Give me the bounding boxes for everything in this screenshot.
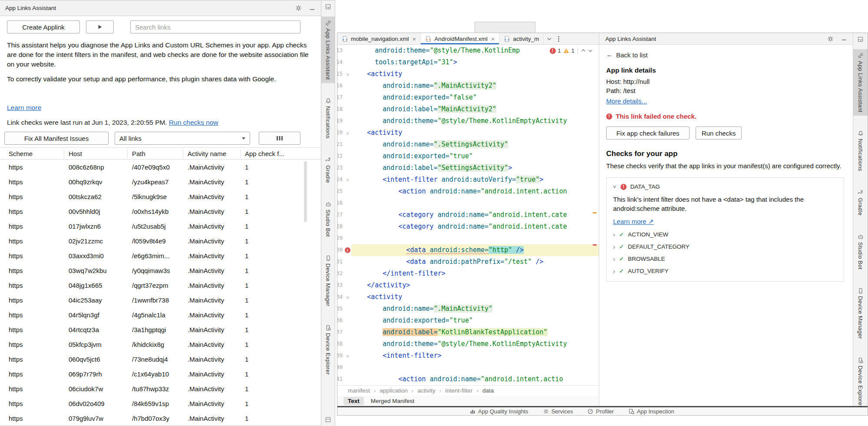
breadcrumb-item[interactable]: application <box>380 387 408 394</box>
tool-window-icon[interactable] <box>325 417 331 423</box>
table-row[interactable]: https017jwlxzn6/u5t2usab5j.MainActivity1 <box>0 219 321 233</box>
editor-tab-mobile-navigation-xml[interactable]: mobile_navigation.xml× <box>337 33 421 44</box>
table-row[interactable]: https05kfcp3jvm/khidckix8g.MainActivity1 <box>0 337 321 352</box>
table-row[interactable]: https00tskcza62/5lknugk9se.MainActivity1 <box>0 189 321 204</box>
minimize-icon[interactable] <box>310 6 315 11</box>
column-settings-button[interactable] <box>259 132 300 145</box>
tool-strip-item-notifications[interactable]: Notifications <box>321 94 335 142</box>
tab-text[interactable]: Text <box>343 397 364 405</box>
create-applink-button[interactable]: Create Applink <box>7 20 80 33</box>
column-header-activity-name[interactable]: Activity name <box>183 149 241 158</box>
close-icon[interactable]: × <box>413 36 416 42</box>
run-checks-now-link[interactable]: Run checks now <box>169 119 218 126</box>
links-filter-dropdown[interactable]: All links <box>115 132 250 145</box>
run-checks-button[interactable]: Run checks <box>696 126 742 140</box>
tool-window-button-profiler[interactable]: Profiler <box>587 408 614 415</box>
tool-strip-item-studio-bot[interactable]: Studio Bot <box>321 198 335 240</box>
code-line[interactable]: 39 <intent-filter> <box>337 350 599 362</box>
error-count-icon[interactable]: ! <box>550 48 556 54</box>
code-line[interactable]: 17 android:exported="false" <box>337 92 599 103</box>
code-line[interactable]: 30! <data android:scheme="http" /> <box>337 244 599 256</box>
tool-window-icon[interactable] <box>325 4 331 10</box>
fold-icon[interactable] <box>346 291 349 303</box>
table-row[interactable]: https060qv5jct6/73ne8udqj4.MainActivity1 <box>0 352 321 366</box>
code-line[interactable]: 18 android:label="MainActivity2" <box>337 103 599 115</box>
editor-tab-androidmanifest-xml[interactable]: AndroidManifest.xml× <box>421 33 499 44</box>
table-row[interactable]: https03axxd3mi0/e6g63mim....MainActivity… <box>0 248 321 263</box>
tool-window-icon[interactable] <box>858 37 863 42</box>
error-icon[interactable]: ! <box>345 247 350 253</box>
table-row[interactable]: https048jg1x665/qgrt37ezpm.MainActivity1 <box>0 278 321 293</box>
tab-options-button[interactable] <box>555 33 562 44</box>
close-icon[interactable]: × <box>491 36 495 42</box>
passed-check-row[interactable]: ›✓DEFAULT_CATEGORY <box>613 243 837 250</box>
table-row[interactable]: https04rtcqtz3a/3a1hgptqgi.MainActivity1 <box>0 322 321 337</box>
code-line[interactable]: 36 android:exported="true" <box>337 315 599 326</box>
table-scrollbar[interactable] <box>304 161 307 222</box>
fold-icon[interactable] <box>346 68 349 80</box>
code-line[interactable]: 15 <activity <box>337 68 599 80</box>
table-row[interactable]: https00hq9zrkqv/yzu4kpeas7.MainActivity1 <box>0 174 321 189</box>
table-row[interactable]: https02jv21zzmc/l059v8t4e9.MainActivity1 <box>0 233 321 248</box>
breadcrumb-item[interactable]: data <box>482 387 494 394</box>
code-line[interactable]: 41 <action android:name="android.intent.… <box>337 373 599 385</box>
code-line[interactable]: 31 <data android:pathPrefix="/test" /> <box>337 256 599 268</box>
editor-tab-activity-m[interactable]: activity_m <box>499 33 544 44</box>
breadcrumb-item[interactable]: manifest <box>348 387 370 394</box>
code-line[interactable]: 27 <category android:name="android.inten… <box>337 209 599 221</box>
fix-app-check-failures-button[interactable]: Fix app check failures <box>606 126 690 140</box>
run-play-button[interactable] <box>86 20 114 33</box>
code-line[interactable]: 37 android:label="KotlinBlankTestApplica… <box>337 326 599 338</box>
tool-strip-item-app-links-assistant[interactable]: App Links Assistant <box>853 49 868 116</box>
tool-strip-item-app-links-assistant[interactable]: App Links Assistant <box>321 17 335 83</box>
tool-strip-item-device-explorer[interactable]: Device Explorer <box>321 321 335 378</box>
tool-strip-item-studio-bot[interactable]: Studio Bot <box>853 230 868 273</box>
table-row[interactable]: https04r5lqn3gf/4g5nalc1la.MainActivity1 <box>0 307 321 322</box>
warning-icon[interactable] <box>563 48 569 53</box>
column-header-host[interactable]: Host <box>64 149 128 158</box>
table-row[interactable]: https079g9luv7w/h7bd07ox3y.MainActivity1 <box>0 411 321 426</box>
tool-window-button-app-inspection[interactable]: App Inspection <box>629 408 674 415</box>
tool-strip-item-device-manager[interactable]: Device Manager <box>321 252 335 310</box>
tool-window-button-app-quality-insights[interactable]: App Quality Insights <box>470 408 528 415</box>
gear-icon[interactable] <box>295 5 302 11</box>
error-stripe-mark[interactable] <box>593 244 597 246</box>
column-header-app-check[interactable]: App check f... <box>241 149 321 158</box>
tool-strip-item-device-explorer[interactable]: Device Explorer <box>853 354 868 411</box>
code-line[interactable]: 34 <activity <box>337 291 599 303</box>
code-line[interactable]: 22 android:exported="true" <box>337 150 599 162</box>
code-line[interactable]: 24 <intent-filter android:autoVerify="tr… <box>337 174 599 186</box>
search-links-input[interactable] <box>130 20 300 33</box>
code-line[interactable]: 33 </activity> <box>337 280 599 291</box>
column-header-path[interactable]: Path <box>128 149 183 158</box>
table-row[interactable]: https03wq7w2kbu/y0qqimaw3s.MainActivity1 <box>0 263 321 278</box>
fold-icon[interactable] <box>346 127 349 139</box>
table-row[interactable]: https06dv02o409/84k659v1sp.MainActivity1 <box>0 396 321 411</box>
code-line[interactable]: 21 android:name=".SettingsActivity" <box>337 139 599 150</box>
passed-check-row[interactable]: ›✓BROWSABLE <box>613 256 837 262</box>
table-row[interactable]: https008c6z68np/407e09q5x0.MainActivity1 <box>0 160 321 174</box>
table-row[interactable]: https069p7r79rh/c1x64yab10.MainActivity1 <box>0 366 321 381</box>
tab-merged-manifest[interactable]: Merged Manifest <box>366 397 419 405</box>
code-line[interactable]: 16 android:name=".MainActivity2" <box>337 80 599 92</box>
breadcrumb-item[interactable]: intent-filter <box>445 387 472 394</box>
tool-window-button-services[interactable]: Services <box>543 408 573 415</box>
learn-more-link[interactable]: Learn more ↗ <box>613 218 653 226</box>
breadcrumb-item[interactable]: activity <box>418 387 436 394</box>
tool-strip-item-gradle[interactable]: Gradle <box>321 153 335 186</box>
fix-all-manifest-issues-button[interactable]: Fix All Manifest Issues <box>4 132 109 145</box>
code-line[interactable]: 20 <activity <box>337 127 599 139</box>
code-line[interactable]: 29 <box>337 233 599 244</box>
code-line[interactable]: 32 </intent-filter> <box>337 268 599 280</box>
tab-list-chevron-button[interactable] <box>544 33 555 44</box>
code-line[interactable]: 26 <box>337 197 599 209</box>
chevron-up-icon[interactable] <box>581 48 586 53</box>
tool-strip-item-notifications[interactable]: Notifications <box>853 127 868 175</box>
code-line[interactable]: 28 <category android:name="android.inten… <box>337 221 599 233</box>
more-details-link[interactable]: More details... <box>606 97 647 105</box>
back-to-list-link[interactable]: ← Back to list <box>606 51 846 59</box>
code-line[interactable]: 40 <box>337 362 599 373</box>
code-line[interactable]: 35 android:name=".MainActivity" <box>337 303 599 315</box>
column-header-scheme[interactable]: Scheme <box>0 149 64 158</box>
warning-stripe-mark[interactable] <box>593 212 597 213</box>
